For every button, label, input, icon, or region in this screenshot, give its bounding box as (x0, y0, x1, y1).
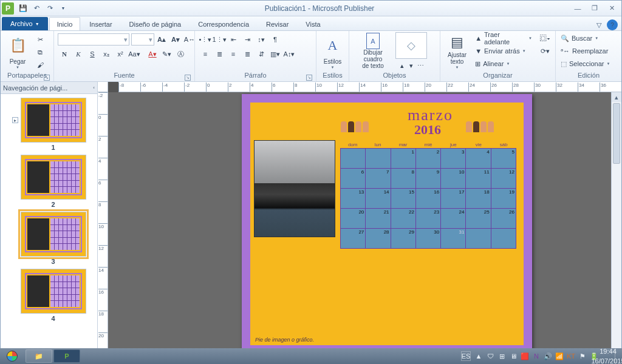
tab-file[interactable]: Archivo▼ (2, 17, 48, 30)
dialog-launcher[interactable]: ↘ (44, 75, 50, 81)
group-button[interactable]: ⿴▾ (538, 32, 552, 44)
date-cell[interactable] (341, 149, 365, 168)
date-cell[interactable]: 12 (491, 169, 516, 188)
justify-button[interactable]: ≣ (241, 48, 254, 60)
publication-page[interactable]: marzo 2016 domlunmarmiéjueviesáb 1234567… (242, 94, 532, 354)
distribute-button[interactable]: ⇵ (255, 48, 268, 60)
dialog-launcher[interactable]: ↘ (185, 75, 191, 81)
paste-button[interactable]: 📋 Pegar ▼ (4, 32, 31, 71)
date-cell[interactable]: 14 (366, 189, 390, 208)
select-button[interactable]: ⬚Seleccionar▼ (559, 58, 611, 70)
tab-revisar[interactable]: Revisar (258, 17, 296, 30)
tab-insertar[interactable]: Insertar (81, 17, 120, 30)
page-thumb-4[interactable]: 4 (21, 269, 86, 322)
numbering-button[interactable]: 1⋮▾ (213, 33, 226, 46)
date-cell[interactable] (366, 149, 390, 168)
date-cell[interactable]: 4 (466, 149, 490, 168)
rotate-button[interactable]: ⟳▾ (538, 45, 552, 57)
align-button[interactable]: ⊞Alinear▼ (474, 58, 533, 70)
date-cell[interactable]: 29 (391, 229, 415, 248)
bold-button[interactable]: N (58, 48, 71, 60)
highlight-button[interactable]: ✎▾ (160, 48, 173, 60)
date-cell[interactable]: 2 (416, 149, 440, 168)
change-case-button[interactable]: Aa▾ (128, 48, 141, 60)
dialog-launcher[interactable]: ↘ (306, 75, 312, 81)
find-button[interactable]: 🔍Buscar▼ (559, 32, 611, 44)
show-desktop[interactable] (615, 349, 620, 363)
clear-format-button[interactable]: Ⓐ (174, 48, 187, 60)
date-cell[interactable]: 10 (441, 169, 465, 188)
clock[interactable]: 19:44 16/07/2015 (603, 346, 613, 364)
vertical-ruler[interactable]: -20246810121416182022 (98, 92, 108, 364)
align-right-button[interactable]: ≡ (227, 48, 240, 60)
cut-button[interactable]: ✂ (33, 33, 47, 46)
send-backward-button[interactable]: ▼Enviar atrás▼ (474, 45, 533, 57)
font-family-combo[interactable]: ▾ (58, 33, 129, 46)
date-cell[interactable]: 17 (441, 189, 465, 208)
superscript-button[interactable]: x² (114, 48, 127, 60)
start-button[interactable] (0, 348, 24, 364)
page-thumb-1[interactable]: 1 (21, 98, 86, 151)
date-cell[interactable]: 18 (466, 189, 490, 208)
date-cell[interactable]: 15 (391, 189, 415, 208)
styles-button[interactable]: A Estilos ▼ (320, 32, 345, 71)
tab-diseno[interactable]: Diseño de página (121, 17, 190, 30)
tray-icon[interactable]: 🖥 (508, 351, 518, 361)
tray-icon[interactable]: 🛡 (485, 351, 495, 361)
text-direction-button[interactable]: A↕▾ (282, 48, 296, 60)
tab-inicio[interactable]: Inicio (49, 17, 81, 30)
date-cell[interactable]: 21 (366, 209, 390, 228)
date-cell[interactable]: 3 (441, 149, 465, 168)
window-close[interactable]: ✕ (603, 3, 620, 14)
date-cell[interactable]: 20 (341, 209, 365, 228)
qat-save[interactable]: 💾 (17, 2, 29, 15)
tray-icon[interactable]: 🔊 (543, 351, 553, 361)
tray-icon[interactable]: ⚑ (578, 351, 587, 361)
date-cell[interactable] (491, 229, 516, 248)
tab-vista[interactable]: Vista (298, 17, 328, 30)
date-cell[interactable]: 19 (491, 189, 516, 208)
date-cell[interactable]: 22 (391, 209, 415, 228)
underline-button[interactable]: S (86, 48, 99, 60)
copy-button[interactable]: ⧉ (33, 46, 47, 58)
help-icon[interactable]: ? (607, 19, 618, 30)
tab-correspondencia[interactable]: Correspondencia (190, 17, 257, 30)
date-cell[interactable]: 8 (391, 169, 415, 188)
qat-redo[interactable]: ↷ (44, 2, 56, 15)
tray-icon[interactable]: ⊞ (497, 351, 507, 361)
date-cell[interactable]: 6 (341, 169, 365, 188)
format-painter-button[interactable]: 🖌 (33, 59, 47, 71)
bring-forward-button[interactable]: ▲Traer adelante▼ (474, 32, 533, 44)
subscript-button[interactable]: x₂ (100, 48, 113, 60)
gallery-up[interactable]: ▴ (398, 59, 406, 72)
window-restore[interactable]: ❐ (586, 3, 603, 14)
date-cell[interactable]: 28 (366, 229, 390, 248)
date-cell[interactable]: 27 (341, 229, 365, 248)
calendar-image[interactable] (254, 140, 335, 237)
font-color-button[interactable]: A▾ (146, 48, 159, 60)
scroll-up[interactable]: ▴ (612, 92, 621, 102)
taskbar-publisher[interactable]: P (53, 349, 80, 363)
italic-button[interactable]: K (72, 48, 85, 60)
scroll-thumb[interactable] (613, 103, 620, 164)
window-minimize[interactable]: — (569, 3, 586, 14)
date-cell[interactable] (466, 229, 490, 248)
align-center-button[interactable]: ≣ (213, 48, 226, 60)
gallery-down[interactable]: ▾ (407, 59, 415, 72)
char-spacing-button[interactable]: A↔ (183, 33, 196, 46)
textbox-button[interactable]: A Dibujar cuadro de texto (353, 32, 393, 71)
replace-button[interactable]: ᵃ↔Reemplazar (559, 45, 611, 57)
tray-icon[interactable]: ▲ (474, 351, 484, 361)
page-thumb-3[interactable]: 3 (21, 212, 86, 265)
shrink-font-button[interactable]: A▾ (169, 33, 182, 46)
date-cell[interactable]: 25 (466, 209, 490, 228)
date-cell[interactable]: 11 (466, 169, 490, 188)
date-cell[interactable]: 9 (416, 169, 440, 188)
date-cell[interactable]: 26 (491, 209, 516, 228)
line-spacing-button[interactable]: ↕▾ (255, 33, 268, 46)
wrap-text-button[interactable]: ▤ Ajustar texto ▼ (444, 32, 470, 71)
vertical-scrollbar[interactable]: ▴ ▾ (611, 92, 621, 364)
grow-font-button[interactable]: A▴ (155, 33, 168, 46)
qat-customize[interactable]: ▼ (57, 2, 69, 15)
taskbar-explorer[interactable]: 📁 (26, 349, 52, 363)
